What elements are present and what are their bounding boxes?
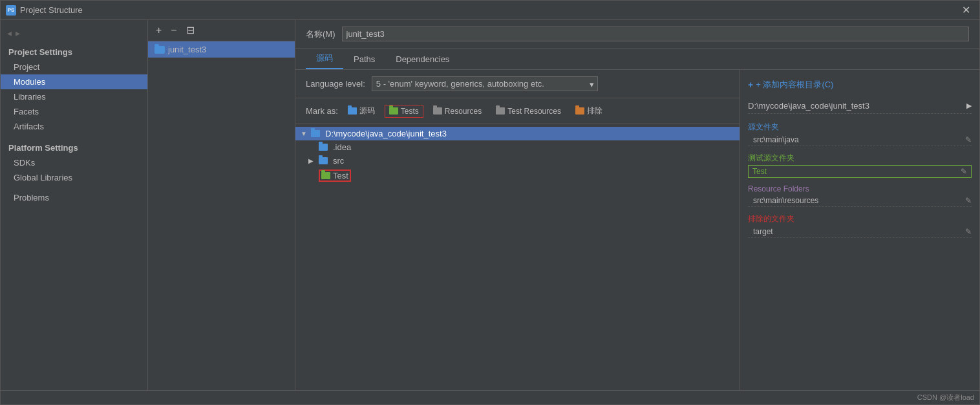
lang-level-row: Language level: 5 - 'enum' keyword, gene… [295, 70, 740, 98]
test-label: Test [333, 171, 348, 181]
content-area: Language level: 5 - 'enum' keyword, gene… [295, 70, 979, 390]
src-expand-icon: ▶ [308, 157, 316, 164]
module-list: junit_test3 [148, 41, 295, 390]
file-tree: ▼ D:\mycode\java_code\junit_test3 .idea [295, 124, 740, 390]
language-level-select[interactable]: 5 - 'enum' keyword, generics, autoboxing… [372, 76, 598, 91]
add-icon: + [748, 80, 753, 90]
sidebar-item-problems[interactable]: Problems [1, 190, 147, 205]
content-left: Language level: 5 - 'enum' keyword, gene… [295, 70, 740, 390]
excluded-edit-icon[interactable]: ✎ [965, 227, 972, 236]
main-content: ◂ ▸ Project Settings Project Modules Lib… [1, 20, 979, 390]
sidebar-item-global-libraries[interactable]: Global Libraries [1, 170, 147, 185]
mark-btn-excluded[interactable]: 排除 [571, 104, 607, 118]
test-source-section-path: Test ✎ [748, 165, 972, 178]
name-label: 名称(M) [306, 28, 336, 40]
module-item-junit-test3[interactable]: junit_test3 [148, 41, 295, 58]
sidebar-item-project[interactable]: Project [1, 60, 147, 74]
tree-item-idea[interactable]: .idea [295, 140, 740, 154]
bottom-bar: CSDN @读者load [1, 390, 979, 404]
forward-icon[interactable]: ▸ [16, 28, 20, 38]
platform-settings-label: Platform Settings [1, 139, 147, 155]
tests-folder-icon [389, 107, 398, 115]
excluded-section-path: target ✎ [748, 226, 972, 238]
app-icon: PS [6, 5, 16, 16]
mark-btn-sources[interactable]: 源码 [343, 104, 379, 118]
remove-module-button[interactable]: − [168, 24, 179, 37]
source-edit-icon[interactable]: ✎ [965, 135, 972, 144]
copy-module-button[interactable]: ⊟ [184, 24, 197, 37]
tab-sources[interactable]: 源码 [306, 49, 343, 69]
module-name: junit_test3 [168, 45, 206, 54]
excluded-folder-icon [575, 107, 584, 115]
tree-item-src[interactable]: ▶ src [295, 154, 740, 168]
add-content-root-button[interactable]: + + 添加内容根目录(C) [748, 76, 972, 93]
idea-folder-icon [319, 144, 328, 151]
resources-section-path: src\main\resources ✎ [748, 195, 972, 207]
tree-item-test[interactable]: Test [295, 168, 740, 184]
sidebar-item-modules[interactable]: Modules [1, 74, 147, 89]
close-button[interactable]: ✕ [958, 3, 974, 17]
tab-paths[interactable]: Paths [343, 50, 385, 69]
mark-as-label: Mark as: [306, 106, 338, 116]
sidebar-item-libraries[interactable]: Libraries [1, 89, 147, 104]
root-path-label: D:\mycode\java_code\junit_test3 [325, 129, 447, 138]
content-right: + + 添加内容根目录(C) D:\mycode\java_code\junit… [740, 70, 979, 390]
mark-btn-tests[interactable]: Tests [385, 105, 423, 118]
resources-section-title: Resource Folders [748, 182, 972, 195]
project-structure-window: PS Project Structure ✕ ◂ ▸ Project Setti… [0, 0, 980, 405]
src-folder-icon [319, 157, 328, 164]
source-section-title: 源文件夹 [748, 119, 972, 134]
title-bar: PS Project Structure ✕ [1, 1, 979, 20]
back-icon[interactable]: ◂ [7, 28, 12, 38]
tab-dependencies[interactable]: Dependencies [385, 50, 460, 69]
name-row: 名称(M) [295, 20, 979, 49]
name-input[interactable] [342, 27, 970, 41]
resources-edit-icon[interactable]: ✎ [965, 196, 972, 205]
language-level-label: Language level: [306, 79, 365, 89]
module-panel: + − ⊟ junit_test3 [148, 20, 295, 390]
language-level-select-wrapper: 5 - 'enum' keyword, generics, autoboxing… [372, 76, 598, 91]
window-title: Project Structure [20, 5, 958, 15]
collapse-icon: ▼ [301, 130, 308, 137]
resources-folder-icon [433, 107, 442, 115]
sidebar: ◂ ▸ Project Settings Project Modules Lib… [1, 20, 148, 390]
watermark-text: CSDN @读者load [917, 393, 974, 402]
sidebar-item-sdks[interactable]: SDKs [1, 155, 147, 170]
root-folder-icon [311, 130, 320, 137]
mark-btn-resources[interactable]: Resources [429, 105, 486, 118]
source-section-path: src\main\java ✎ [748, 134, 972, 146]
arrow-icon: ▶ [966, 102, 972, 110]
src-label: src [333, 156, 344, 166]
tree-root[interactable]: ▼ D:\mycode\java_code\junit_test3 [295, 127, 740, 140]
test-resources-folder-icon [496, 107, 505, 115]
tabs-bar: 源码 Paths Dependencies [295, 49, 979, 70]
module-folder-icon [154, 46, 165, 54]
test-source-edit-icon[interactable]: ✎ [961, 167, 967, 176]
sidebar-item-artifacts[interactable]: Artifacts [1, 119, 147, 134]
root-path-display: D:\mycode\java_code\junit_test3 ▶ [748, 98, 972, 114]
sidebar-item-facets[interactable]: Facets [1, 104, 147, 119]
source-folder-icon [348, 107, 357, 115]
excluded-section-title: 排除的文件夹 [748, 211, 972, 226]
test-source-section-title: 测试源文件夹 [748, 150, 972, 165]
project-settings-label: Project Settings [1, 43, 147, 60]
mark-btn-test-resources[interactable]: Test Resources [491, 105, 566, 118]
test-folder-icon [321, 172, 330, 179]
idea-label: .idea [333, 142, 351, 152]
add-module-button[interactable]: + [153, 24, 164, 37]
mark-as-row: Mark as: 源码 Tests Resources [295, 98, 740, 124]
right-panel: 名称(M) 源码 Paths Dependencies Language lev… [295, 20, 979, 390]
module-toolbar: + − ⊟ [148, 20, 295, 41]
